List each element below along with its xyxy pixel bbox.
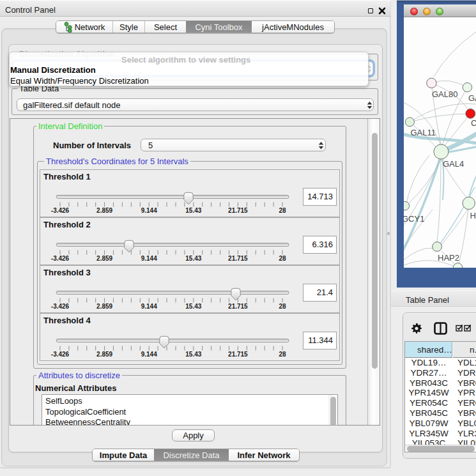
- svg-text:GA: GA: [468, 93, 476, 103]
- svg-text:H: H: [470, 211, 476, 220]
- svg-text:C: C: [471, 118, 476, 128]
- svg-text:GAL80: GAL80: [432, 89, 457, 99]
- svg-text:GCY1: GCY1: [404, 214, 424, 224]
- svg-text:HAP2: HAP2: [438, 253, 459, 263]
- svg-text:GAL4: GAL4: [443, 159, 464, 169]
- svg-text:GAL11: GAL11: [411, 128, 436, 137]
